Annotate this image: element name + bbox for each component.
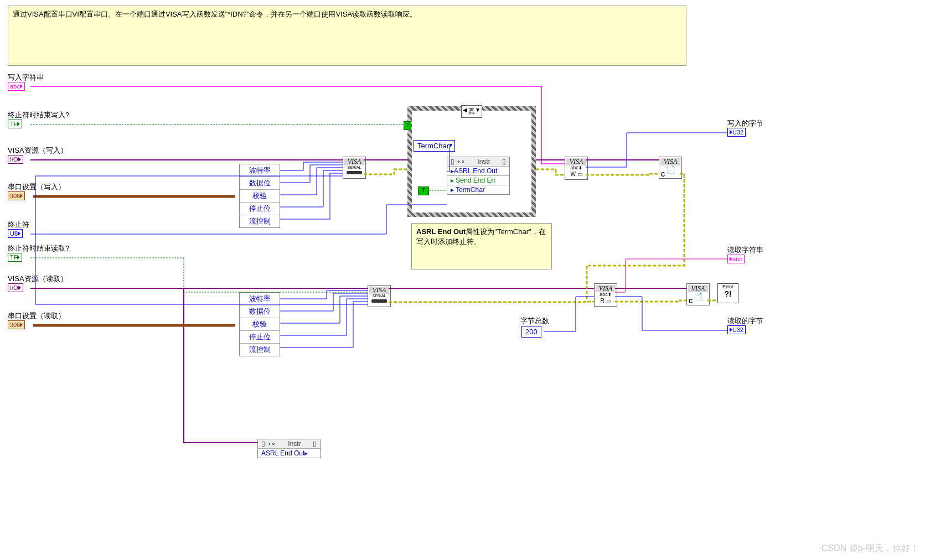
- bool-true-constant[interactable]: T: [418, 186, 429, 195]
- visa-serial-read-node[interactable]: VISA SERIAL: [368, 285, 391, 307]
- term-char-terminal[interactable]: U8: [8, 229, 23, 238]
- port-read-terminal[interactable]: 906: [8, 320, 25, 329]
- byte-total-constant[interactable]: 200: [521, 326, 541, 338]
- bytes-written-label: 写入的字节: [727, 118, 763, 128]
- visa-write-node[interactable]: VISA abc⬍ W ▭: [565, 157, 588, 180]
- visa-read-node[interactable]: VISA abc⬍ R ▭: [594, 283, 617, 307]
- term-char-label: 终止符: [8, 220, 29, 230]
- port-write-terminal[interactable]: 906: [8, 191, 25, 200]
- end-read-label: 终止符时结束读取?: [8, 243, 69, 253]
- visa-write-terminal[interactable]: I/O: [8, 155, 23, 164]
- termchar-ring[interactable]: TermChar: [414, 140, 455, 152]
- unbundle-item[interactable]: 波特率: [240, 164, 280, 177]
- unbundle-item[interactable]: 校验: [240, 318, 280, 331]
- unbundle-item[interactable]: 校验: [240, 190, 280, 203]
- read-string-label: 读取字符串: [727, 245, 763, 255]
- bytes-written-indicator[interactable]: U32: [727, 128, 746, 137]
- watermark: CSDN @p-明天，你好！: [822, 543, 919, 554]
- prop-termchar[interactable]: ▸ TermChar: [447, 185, 509, 194]
- bytes-read-label: 读取的字节: [727, 316, 763, 326]
- case-selector[interactable]: 真: [461, 105, 482, 118]
- visa-close-write-node[interactable]: VISA 📄 C: [659, 157, 682, 179]
- read-string-indicator[interactable]: abc: [727, 255, 745, 263]
- end-write-terminal[interactable]: TF: [8, 120, 22, 128]
- prop-asrl-end-out[interactable]: ▸ASRL End Out: [447, 167, 509, 176]
- unbundle-item[interactable]: 流控制: [240, 215, 280, 227]
- case-selector-terminal: ?: [404, 121, 411, 130]
- end-write-label: 终止符时结束写入?: [8, 110, 69, 120]
- asrl-note: ASRL End Out属性设为"TermChar"，在写入时添加终止符。: [411, 223, 552, 269]
- unbundle-write[interactable]: 波特率数据位校验停止位流控制: [239, 164, 280, 228]
- unbundle-item[interactable]: 数据位: [240, 305, 280, 318]
- unbundle-item[interactable]: 停止位: [240, 203, 280, 215]
- unbundle-item[interactable]: 数据位: [240, 177, 280, 190]
- byte-total-label: 字节总数: [520, 316, 549, 326]
- visa-write-label: VISA资源（写入）: [8, 146, 68, 155]
- error-handler-node[interactable]: Error ?!: [717, 283, 738, 303]
- port-write-label: 串口设置（写入）: [8, 182, 65, 192]
- unbundle-item[interactable]: 流控制: [240, 344, 280, 356]
- unbundle-item[interactable]: 波特率: [240, 293, 280, 305]
- description-text: 通过VISA配置串口VI配置串口。在一个端口通过VISA写入函数发送"*IDN?…: [13, 10, 417, 18]
- port-read-label: 串口设置（读取）: [8, 311, 65, 321]
- unbundle-item[interactable]: 停止位: [240, 331, 280, 344]
- bytes-read-indicator[interactable]: U32: [727, 325, 746, 334]
- write-string-terminal[interactable]: abc: [8, 82, 25, 91]
- description-comment: 通过VISA配置串口VI配置串口。在一个端口通过VISA写入函数发送"*IDN?…: [8, 6, 686, 66]
- end-read-terminal[interactable]: TF: [8, 253, 22, 262]
- visa-serial-write-node[interactable]: VISA SERIAL: [343, 157, 366, 179]
- visa-read-label: VISA资源（读取）: [8, 274, 68, 284]
- unbundle-read[interactable]: 波特率数据位校验停止位流控制: [239, 292, 280, 356]
- prop2-asrl-end-out[interactable]: ASRL End Out▸: [258, 449, 320, 458]
- property-node-read[interactable]: ▯➝⚬Instr▯ ASRL End Out▸: [257, 439, 321, 458]
- write-string-label: 写入字符串: [8, 72, 44, 82]
- visa-read-terminal[interactable]: I/O: [8, 283, 23, 292]
- visa-close-read-node[interactable]: VISA 📄 C: [686, 283, 710, 305]
- prop-send-end-en[interactable]: ▸ Send End En: [447, 176, 509, 185]
- property-node-write[interactable]: ▯➝⚬Instr▯ ▸ASRL End Out ▸ Send End En ▸ …: [447, 157, 510, 195]
